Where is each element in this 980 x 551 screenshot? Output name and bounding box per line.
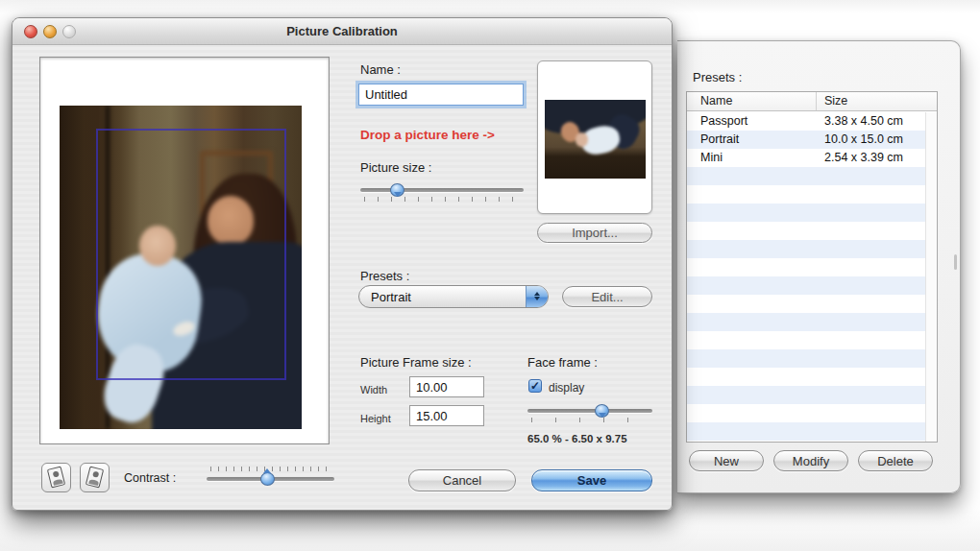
- picture-frame-size-label: Picture Frame size :: [360, 355, 472, 370]
- minimize-icon[interactable]: [43, 25, 57, 38]
- drawer-button-row: New Modify Delete: [677, 450, 960, 471]
- thumbnail-preview: [545, 100, 646, 179]
- presets-label: Presets :: [360, 269, 409, 283]
- picture-size-slider-ticks: [364, 197, 520, 202]
- chevron-up-icon: [534, 289, 540, 296]
- import-button[interactable]: Import...: [537, 223, 652, 243]
- thumbnail-scene: [545, 100, 646, 179]
- rotate-right-icon: [86, 466, 104, 488]
- rotate-left-button[interactable]: [41, 463, 71, 492]
- presets-popup-value: Portrait: [371, 290, 411, 304]
- width-label: Width: [360, 384, 387, 395]
- table-row[interactable]: Mini 2.54 x 3.39 cm: [687, 149, 925, 167]
- presets-table-header: Name Size: [687, 92, 937, 111]
- drop-picture-hint: Drop a picture here ->: [360, 128, 495, 142]
- presets-drawer: Presets : Name Size Passport 3.38 x 4.50…: [677, 40, 961, 493]
- presets-table: Name Size Passport 3.38 x 4.50 cm Portra…: [686, 91, 938, 443]
- new-button[interactable]: New: [689, 450, 764, 471]
- height-input[interactable]: [409, 405, 484, 426]
- popup-stepper-icon: [526, 286, 548, 307]
- rotate-right-button[interactable]: [80, 463, 110, 492]
- face-frame-overlay[interactable]: [96, 129, 286, 380]
- drawer-resize-handle[interactable]: [954, 254, 957, 270]
- desktop: Presets : Name Size Passport 3.38 x 4.50…: [0, 0, 980, 551]
- table-scrollbar[interactable]: [925, 112, 937, 442]
- face-frame-slider-ticks: [531, 418, 649, 422]
- contrast-slider[interactable]: [207, 465, 334, 490]
- face-frame-label: Face frame :: [527, 355, 598, 370]
- presets-panel-title: Presets :: [693, 70, 742, 84]
- close-icon[interactable]: [24, 25, 37, 38]
- preset-name-cell: Mini: [687, 149, 817, 167]
- preset-size-cell: 3.38 x 4.50 cm: [817, 112, 925, 131]
- column-header-name[interactable]: Name: [687, 92, 817, 110]
- presets-table-body: Passport 3.38 x 4.50 cm Portrait 10.0 x …: [687, 112, 925, 442]
- picture-size-slider-track[interactable]: [360, 188, 524, 192]
- rotate-left-icon: [47, 466, 65, 488]
- preset-size-cell: 10.0 x 15.0 cm: [817, 131, 925, 149]
- name-input[interactable]: [358, 84, 524, 106]
- delete-button[interactable]: Delete: [858, 450, 933, 471]
- checkmark-icon: ✓: [530, 379, 540, 393]
- titlebar[interactable]: Picture Calibration: [12, 18, 672, 45]
- face-frame-readout: 65.0 % - 6.50 x 9.75: [527, 433, 627, 444]
- width-input[interactable]: [409, 376, 484, 397]
- preset-name-cell: Portrait: [687, 131, 817, 149]
- display-checkbox-label: display: [549, 381, 584, 395]
- face-frame-slider[interactable]: [527, 400, 652, 425]
- window-title: Picture Calibration: [12, 18, 672, 45]
- zoom-disabled-icon: [62, 25, 76, 38]
- picture-size-label: Picture size :: [360, 160, 431, 175]
- presets-popup[interactable]: Portrait: [358, 285, 549, 308]
- edit-button[interactable]: Edit...: [562, 286, 652, 307]
- column-header-size[interactable]: Size: [817, 92, 937, 110]
- chevron-down-icon: [534, 297, 540, 303]
- table-row[interactable]: Portrait 10.0 x 15.0 cm: [687, 131, 925, 149]
- photo-canvas[interactable]: [39, 57, 330, 444]
- modify-button[interactable]: Modify: [773, 450, 848, 471]
- height-label: Height: [360, 413, 391, 424]
- preset-name-cell: Passport: [687, 112, 817, 131]
- save-button[interactable]: Save: [531, 469, 652, 491]
- display-checkbox[interactable]: ✓: [528, 379, 542, 393]
- picture-size-slider-thumb[interactable]: [390, 183, 404, 197]
- picture-drop-well[interactable]: [537, 60, 652, 214]
- face-frame-slider-track[interactable]: [527, 409, 652, 413]
- contrast-slider-thumb[interactable]: [260, 472, 275, 486]
- picture-calibration-window: Picture Calibration: [12, 17, 673, 511]
- table-row[interactable]: Passport 3.38 x 4.50 cm: [687, 112, 925, 131]
- picture-size-slider[interactable]: [360, 180, 524, 204]
- photo-preview: [60, 106, 302, 429]
- contrast-label: Contrast :: [124, 471, 176, 485]
- face-frame-slider-thumb[interactable]: [595, 404, 609, 418]
- name-label: Name :: [360, 62, 401, 77]
- cancel-button[interactable]: Cancel: [408, 469, 516, 491]
- preset-size-cell: 2.54 x 3.39 cm: [817, 149, 925, 167]
